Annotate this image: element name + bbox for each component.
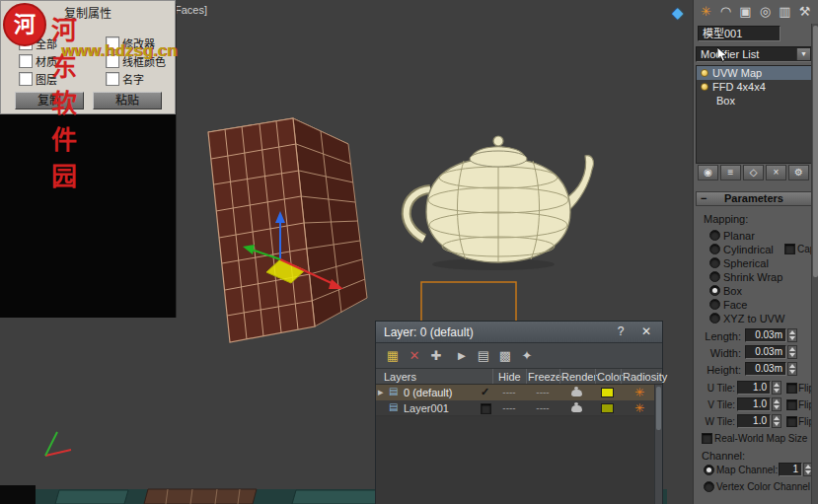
make-unique-icon[interactable]: ◇ xyxy=(743,165,764,180)
motion-tab-icon[interactable]: ◎ xyxy=(757,3,774,20)
freeze-toggle[interactable]: ---- xyxy=(526,400,559,416)
modifier-enable-bulb-icon[interactable] xyxy=(701,69,708,77)
paste-button[interactable]: 粘贴 xyxy=(93,92,162,109)
vertex-color-channel-radio[interactable] xyxy=(704,481,714,492)
layer-dialog-titlebar[interactable]: Layer: 0 (default) ? ✕ xyxy=(376,322,662,343)
freeze-toggle[interactable]: ---- xyxy=(526,385,559,400)
show-end-result-icon[interactable]: ≡ xyxy=(720,165,741,180)
configure-modifier-sets-icon[interactable]: ⚙ xyxy=(788,165,809,180)
column-color[interactable]: Color xyxy=(597,371,623,383)
copy-option-wirecolor-checkbox[interactable] xyxy=(106,54,119,68)
column-hide[interactable]: Hide xyxy=(498,371,521,383)
shrink-wrap-radio[interactable] xyxy=(709,271,720,282)
modifier-list-dropdown[interactable]: Modifier List ▼ xyxy=(696,46,812,62)
rollout-collapse-icon[interactable]: − xyxy=(701,192,706,205)
renderable-icon[interactable] xyxy=(571,405,582,412)
spherical-radio[interactable] xyxy=(709,257,720,268)
stack-item-ffd[interactable]: FFD 4x4x4 xyxy=(697,80,811,94)
create-tab-icon[interactable]: ✳ xyxy=(698,3,714,20)
add-selection-to-layer-icon[interactable]: ✚ xyxy=(427,347,445,365)
panel-scrollbar[interactable] xyxy=(811,24,818,504)
v-flip-checkbox[interactable] xyxy=(786,399,797,410)
layer-color-swatch[interactable] xyxy=(601,388,614,397)
pin-stack-icon[interactable]: ◉ xyxy=(698,165,718,180)
layer-properties-icon[interactable]: ▩ xyxy=(496,347,514,365)
copy-button[interactable]: 复制 xyxy=(15,92,84,109)
column-radiosity[interactable]: Radiosity xyxy=(623,371,667,383)
modifier-stack-list[interactable]: UVW Map FFD 4x4x4 Box xyxy=(696,65,812,164)
layer-color-swatch[interactable] xyxy=(601,403,614,413)
panel-scrollbar-thumb[interactable] xyxy=(813,26,818,277)
layer-row-default[interactable]: ▸ ▤ 0 (default) ✓ ---- ---- ✳ xyxy=(376,385,656,400)
layer-dialog: Layer: 0 (default) ? ✕ ▦ ✕ ✚ ► ▤ ▩ ✦ Lay… xyxy=(375,321,663,504)
hierarchy-tab-icon[interactable]: ▣ xyxy=(737,3,754,20)
display-tab-icon[interactable]: ▥ xyxy=(777,3,793,20)
copy-option-all-checkbox[interactable] xyxy=(19,36,33,50)
gem-icon[interactable]: ◆ xyxy=(672,4,684,22)
expander-icon[interactable]: ▸ xyxy=(378,386,384,398)
cap-checkbox[interactable] xyxy=(784,244,795,254)
v-tile-spinner[interactable] xyxy=(772,397,781,411)
layer-name[interactable]: 0 (default) xyxy=(404,387,453,398)
stack-item-uvw-map[interactable]: UVW Map xyxy=(697,66,811,80)
remove-modifier-icon[interactable]: × xyxy=(766,165,786,180)
stack-item-box[interactable]: Box xyxy=(697,94,811,108)
w-tile-field[interactable]: 1.0 xyxy=(737,414,771,428)
u-tile-field[interactable]: 1.0 xyxy=(737,381,771,395)
layer-scrollbar-thumb[interactable] xyxy=(656,387,661,430)
w-tile-spinner[interactable] xyxy=(772,414,781,428)
help-button[interactable]: ? xyxy=(613,324,629,338)
hide-toggle[interactable]: ---- xyxy=(492,400,526,416)
u-tile-spinner[interactable] xyxy=(772,381,781,395)
copy-option-layer-checkbox[interactable] xyxy=(19,72,33,86)
radiosity-icon[interactable]: ✳ xyxy=(634,401,644,415)
face-radio[interactable] xyxy=(709,299,720,310)
highlight-selected-layers-icon[interactable]: ▤ xyxy=(475,347,492,365)
real-world-map-size-checkbox[interactable] xyxy=(702,433,712,444)
command-panel: ✳ ◠ ▣ ◎ ▥ ⚒ 模型001 Modifier List ▼ UVW Ma… xyxy=(693,0,818,504)
length-field[interactable]: 0.03m xyxy=(745,328,786,342)
viewport-shading-label[interactable]: Faces] xyxy=(175,4,207,16)
length-spinner[interactable] xyxy=(787,328,797,342)
layer-row-layer001[interactable]: ▤ Layer001 ---- ---- ✳ xyxy=(376,400,656,416)
column-layers[interactable]: Layers xyxy=(384,371,416,383)
modifier-enable-bulb-icon[interactable] xyxy=(701,83,708,91)
delete-layer-icon[interactable]: ✕ xyxy=(406,347,423,365)
width-field[interactable]: 0.03m xyxy=(745,345,786,359)
utilities-tab-icon[interactable]: ⚒ xyxy=(796,3,813,20)
v-tile-field[interactable]: 1.0 xyxy=(737,397,771,411)
select-layer-objects-icon[interactable]: ► xyxy=(453,347,471,365)
xyz-to-uvw-radio[interactable] xyxy=(709,313,720,324)
planar-radio[interactable] xyxy=(709,230,720,241)
set-current-layer-checkbox[interactable] xyxy=(481,403,491,414)
width-spinner[interactable] xyxy=(787,345,797,359)
hide-toggle[interactable]: ---- xyxy=(492,385,526,400)
height-label: Height: xyxy=(696,364,741,376)
parameters-rollout-header[interactable]: − Parameters xyxy=(696,191,812,206)
layer-dialog-scrollbar[interactable] xyxy=(654,385,662,504)
create-new-layer-icon[interactable]: ▦ xyxy=(384,347,402,365)
object-name-field[interactable]: 模型001 xyxy=(698,26,781,41)
cylindrical-radio[interactable] xyxy=(709,244,720,254)
layer-misc-icon[interactable]: ✦ xyxy=(518,347,536,365)
current-layer-check-icon[interactable]: ✓ xyxy=(481,386,489,398)
modify-tab-icon[interactable]: ◠ xyxy=(717,3,734,20)
dropdown-arrow-icon[interactable]: ▼ xyxy=(796,48,810,60)
radiosity-icon[interactable]: ✳ xyxy=(634,386,644,399)
copy-option-material-checkbox[interactable] xyxy=(19,54,33,68)
layer-name[interactable]: Layer001 xyxy=(404,402,449,414)
copy-option-modifiers-checkbox[interactable] xyxy=(106,36,119,50)
height-spinner[interactable] xyxy=(787,362,797,376)
renderable-icon[interactable] xyxy=(571,390,582,396)
w-flip-checkbox[interactable] xyxy=(786,416,797,427)
copy-option-name-checkbox[interactable] xyxy=(106,72,119,86)
close-button[interactable]: ✕ xyxy=(638,324,654,338)
box-radio[interactable] xyxy=(709,285,720,296)
height-field[interactable]: 0.03m xyxy=(745,362,786,376)
map-channel-field[interactable]: 1 xyxy=(779,463,802,476)
u-flip-checkbox[interactable] xyxy=(786,383,797,394)
map-channel-radio[interactable] xyxy=(704,465,714,475)
column-freeze[interactable]: Freeze xyxy=(528,371,561,383)
chamfer-box-object[interactable] xyxy=(208,118,367,342)
column-render[interactable]: Render xyxy=(561,371,597,383)
